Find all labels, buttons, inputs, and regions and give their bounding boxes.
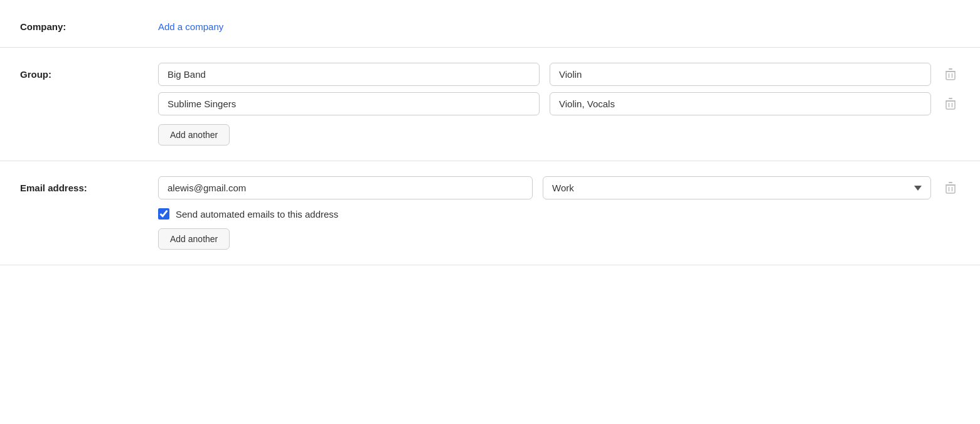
svg-rect-2 xyxy=(946,72,955,80)
automated-email-checkbox-row: Send automated emails to this address xyxy=(158,208,960,220)
group-name-input-1[interactable] xyxy=(158,63,540,86)
group-field-row-1 xyxy=(158,63,960,86)
trash-icon-2 xyxy=(945,98,956,110)
group-content: Add another xyxy=(158,63,960,146)
group-label: Group: xyxy=(20,63,158,80)
trash-icon-1 xyxy=(945,68,956,81)
form-container: Company: Add a company Group: xyxy=(0,0,980,265)
email-type-select[interactable]: Work Home Other xyxy=(543,176,931,199)
add-company-link[interactable]: Add a company xyxy=(158,15,960,32)
group-field-row-2 xyxy=(158,92,960,115)
company-row: Company: Add a company xyxy=(0,0,980,48)
email-label: Email address: xyxy=(20,176,158,193)
svg-rect-6 xyxy=(949,98,952,99)
email-field-row: Work Home Other xyxy=(158,176,960,199)
group-name-input-2[interactable] xyxy=(158,92,540,115)
company-label: Company: xyxy=(20,15,158,32)
add-another-email-button[interactable]: Add another xyxy=(158,228,230,250)
svg-rect-11 xyxy=(949,182,952,183)
svg-rect-12 xyxy=(946,185,955,193)
add-another-group-button[interactable]: Add another xyxy=(158,124,230,146)
group-role-input-2[interactable] xyxy=(550,92,931,115)
trash-icon-email xyxy=(945,182,956,194)
svg-rect-1 xyxy=(949,68,952,70)
automated-email-label: Send automated emails to this address xyxy=(176,209,338,220)
delete-email-button[interactable] xyxy=(941,179,960,197)
automated-email-checkbox[interactable] xyxy=(158,208,169,220)
email-row: Email address: Work Home Other xyxy=(0,161,980,265)
group-row: Group: xyxy=(0,48,980,161)
delete-group-1-button[interactable] xyxy=(941,66,960,83)
group-role-input-1[interactable] xyxy=(550,63,931,86)
email-content: Work Home Other Send automa xyxy=(158,176,960,250)
company-content: Add a company xyxy=(158,15,960,32)
svg-rect-7 xyxy=(946,101,955,109)
delete-group-2-button[interactable] xyxy=(941,95,960,113)
email-input[interactable] xyxy=(158,176,533,199)
